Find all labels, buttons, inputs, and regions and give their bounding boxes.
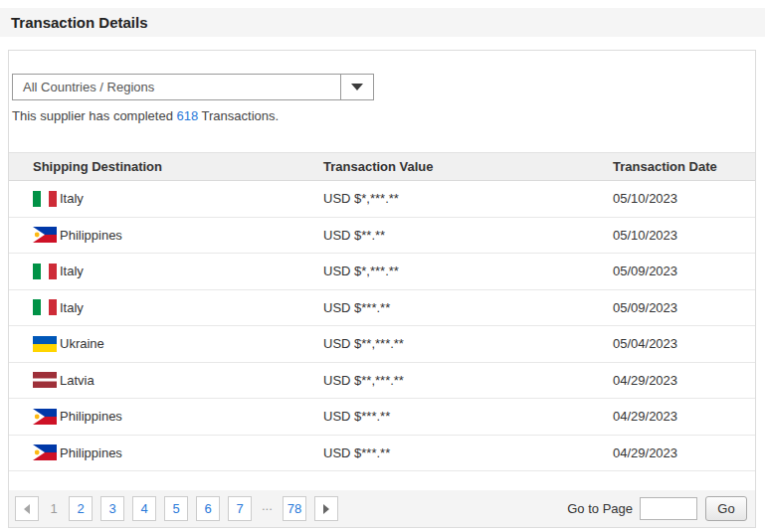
page-title: Transaction Details bbox=[11, 14, 148, 31]
arrow-left-icon bbox=[24, 504, 30, 514]
country-filter-select[interactable]: All Countries / Regions bbox=[12, 74, 374, 100]
transactions-summary: This supplier has completed 618 Transact… bbox=[12, 108, 279, 123]
page-link-7[interactable]: 7 bbox=[228, 496, 252, 521]
transaction-date: 05/09/2023 bbox=[613, 264, 755, 278]
dropdown-arrow-box[interactable] bbox=[340, 75, 373, 99]
country-name: Latvia bbox=[60, 373, 95, 388]
philippines-flag-icon bbox=[33, 227, 57, 243]
header-shipping-destination: Shipping Destination bbox=[9, 159, 323, 174]
prev-page-button[interactable] bbox=[15, 496, 39, 521]
page-link-5[interactable]: 5 bbox=[164, 496, 188, 521]
page-link-78[interactable]: 78 bbox=[283, 496, 306, 521]
page-ellipsis: ... bbox=[262, 498, 273, 513]
transaction-value: USD $**,***.** bbox=[323, 373, 613, 388]
header-transaction-value: Transaction Value bbox=[323, 159, 613, 174]
transactions-count-link[interactable]: 618 bbox=[176, 108, 198, 123]
philippines-flag-icon bbox=[33, 409, 57, 425]
transaction-date: 05/04/2023 bbox=[613, 336, 755, 351]
page-link-3[interactable]: 3 bbox=[100, 496, 124, 521]
country-filter-value: All Countries / Regions bbox=[13, 75, 340, 99]
country-name: Italy bbox=[60, 300, 84, 315]
philippines-flag-icon bbox=[33, 444, 57, 460]
transactions-table: Shipping Destination Transaction Value T… bbox=[9, 152, 755, 471]
table-row: Philippines USD $***.** 04/29/2023 bbox=[9, 399, 755, 436]
header-transaction-date: Transaction Date bbox=[613, 159, 755, 174]
transaction-value: USD $***.** bbox=[323, 300, 613, 315]
pagination-bar: 1234567...78 Go to Page Go bbox=[9, 490, 755, 527]
table-row: Italy USD $*,***.** 05/09/2023 bbox=[9, 254, 755, 290]
transaction-date: 04/29/2023 bbox=[613, 445, 755, 460]
country-name: Italy bbox=[60, 191, 84, 206]
italy-flag-icon bbox=[33, 299, 57, 315]
summary-prefix: This supplier has completed bbox=[12, 108, 176, 123]
goto-page-label: Go to Page bbox=[567, 501, 633, 516]
page-links: 1234567...78 bbox=[47, 496, 314, 521]
transaction-date: 04/29/2023 bbox=[613, 373, 755, 388]
chevron-down-icon bbox=[351, 84, 363, 90]
goto-page-input[interactable] bbox=[640, 497, 697, 520]
goto-page-group: Go to Page Go bbox=[567, 496, 747, 521]
table-row: Italy USD $*,***.** 05/10/2023 bbox=[9, 181, 755, 218]
italy-flag-icon bbox=[33, 264, 57, 279]
section-title-bar: Transaction Details bbox=[0, 8, 765, 37]
transaction-value: USD $***.** bbox=[323, 445, 613, 460]
arrow-right-icon bbox=[323, 504, 329, 514]
transaction-value: USD $*,***.** bbox=[323, 264, 613, 278]
country-name: Philippines bbox=[60, 228, 122, 243]
transaction-date: 05/10/2023 bbox=[613, 191, 755, 206]
summary-suffix: Transactions. bbox=[198, 108, 279, 123]
ukraine-flag-icon bbox=[33, 336, 57, 352]
country-name: Philippines bbox=[60, 409, 122, 424]
page-link-4[interactable]: 4 bbox=[132, 496, 156, 521]
table-row: Italy USD $***.** 05/09/2023 bbox=[9, 290, 755, 327]
next-page-button[interactable] bbox=[314, 496, 338, 521]
country-name: Italy bbox=[60, 264, 84, 278]
page-link-6[interactable]: 6 bbox=[196, 496, 220, 521]
transaction-value: USD $**.** bbox=[323, 228, 613, 243]
go-button[interactable]: Go bbox=[705, 496, 747, 521]
country-name: Ukraine bbox=[60, 336, 104, 351]
table-body: Italy USD $*,***.** 05/10/2023 Philippin… bbox=[9, 181, 755, 471]
table-row: Ukraine USD $**,***.** 05/04/2023 bbox=[9, 326, 755, 363]
transaction-value: USD $**,***.** bbox=[323, 336, 613, 351]
page-link-2[interactable]: 2 bbox=[69, 496, 93, 521]
transaction-date: 04/29/2023 bbox=[613, 409, 755, 424]
table-row: Philippines USD $***.** 04/29/2023 bbox=[9, 436, 755, 472]
current-page-indicator: 1 bbox=[47, 496, 61, 521]
transaction-details-panel: All Countries / Regions This supplier ha… bbox=[8, 50, 756, 528]
transaction-date: 05/10/2023 bbox=[613, 228, 755, 243]
table-header-row: Shipping Destination Transaction Value T… bbox=[9, 152, 755, 181]
transaction-date: 05/09/2023 bbox=[613, 300, 755, 315]
table-row: Latvia USD $**,***.** 04/29/2023 bbox=[9, 363, 755, 400]
transaction-value: USD $*,***.** bbox=[323, 191, 613, 206]
country-name: Philippines bbox=[60, 445, 122, 460]
latvia-flag-icon bbox=[33, 372, 57, 388]
transaction-value: USD $***.** bbox=[323, 409, 613, 424]
table-row: Philippines USD $**.** 05/10/2023 bbox=[9, 218, 755, 255]
italy-flag-icon bbox=[33, 191, 57, 207]
